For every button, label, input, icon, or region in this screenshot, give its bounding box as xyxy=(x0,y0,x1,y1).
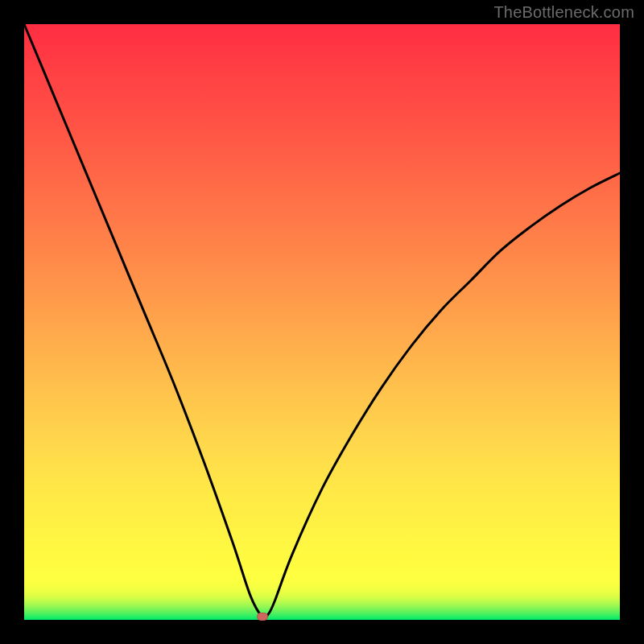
plot-area xyxy=(24,24,620,620)
optimal-point-marker xyxy=(257,613,268,621)
bottleneck-curve xyxy=(24,24,620,620)
watermark-text: TheBottleneck.com xyxy=(493,3,634,22)
chart-frame: TheBottleneck.com xyxy=(0,0,644,644)
curve-path xyxy=(24,24,620,618)
